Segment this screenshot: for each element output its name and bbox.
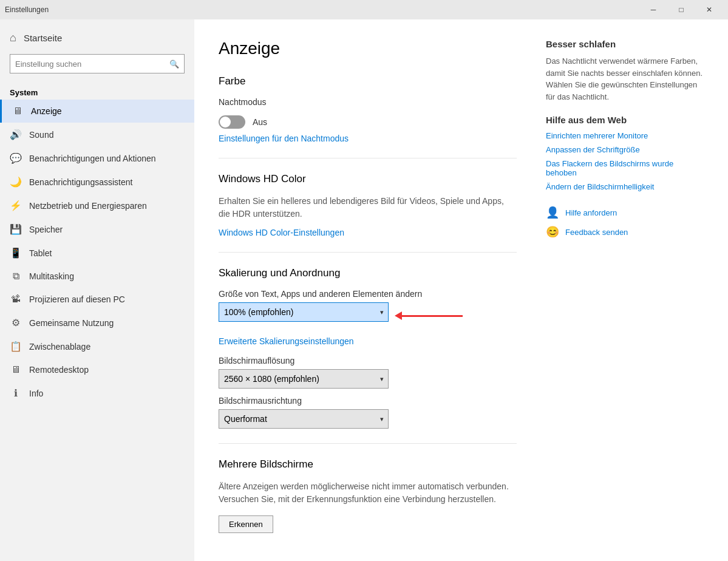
projizieren-icon: 📽 (10, 294, 22, 305)
feedback-icon: 😊 (546, 225, 559, 239)
multitasking-icon: ⧉ (10, 271, 22, 282)
erkennen-button[interactable]: Erkennen (219, 515, 273, 533)
sidebar-item-label: Anzeige (31, 106, 62, 116)
remotedesktop-icon: 🖥 (10, 364, 22, 375)
sidebar-item-label: Zwischenablage (29, 342, 90, 352)
sidebar-item-nutzung[interactable]: ⚙ Gemeinsame Nutzung (0, 311, 194, 335)
sidebar-home-button[interactable]: ⌂ Startseite (0, 19, 194, 54)
sidebar-item-label: Benachrichtigungsassistent (29, 177, 132, 187)
sidebar-item-label: Benachrichtigungen und Aktionen (29, 154, 156, 163)
aufloesung-select[interactable]: 2560 × 1080 (empfohlen) 1920 × 1080 1280… (219, 369, 389, 389)
minimize-button[interactable]: ─ (639, 0, 667, 19)
sidebar-item-zwischenablage[interactable]: 📋 Zwischenablage (0, 335, 194, 358)
mehrere-title: Mehrere Bildschirme (219, 458, 517, 471)
hilfe-anfordern-row[interactable]: 👤 Hilfe anfordern (546, 206, 704, 219)
ausrichtung-label: Bildschirmausrichtung (219, 396, 517, 406)
groesse-dropdown-row: 100% (empfohlen) 125% 150% 175% ▾ (219, 302, 517, 329)
right-sidebar: Besser schlafen Das Nachtlicht verwendet… (546, 39, 704, 542)
assistent-icon: 🌙 (10, 176, 22, 188)
ausrichtung-dropdown-wrapper: Querformat Hochformat Querformat (umgeke… (219, 409, 389, 429)
sidebar-item-assistent[interactable]: 🌙 Benachrichtigungsassistent (0, 170, 194, 194)
aufloesung-dropdown-wrapper: 2560 × 1080 (empfohlen) 1920 × 1080 1280… (219, 369, 389, 389)
web-link-flackern[interactable]: Das Flackern des Bildschirms wurde behob… (546, 159, 704, 177)
arrow-head-icon (395, 311, 402, 320)
farbe-section: Farbe Nachtmodus Aus Einstellungen für d… (219, 75, 517, 143)
red-arrow-annotation (395, 311, 463, 320)
title-bar: Einstellungen ─ □ ✕ (0, 0, 728, 19)
maximize-button[interactable]: □ (667, 0, 695, 19)
groesse-select[interactable]: 100% (empfohlen) 125% 150% 175% (219, 302, 389, 322)
groesse-dropdown-wrapper: 100% (empfohlen) 125% 150% 175% ▾ (219, 302, 389, 322)
hd-color-link[interactable]: Windows HD Color-Einstellungen (219, 228, 344, 237)
tablet-icon: 📱 (10, 247, 22, 259)
sound-icon: 🔊 (10, 129, 22, 140)
nachtmodus-toggle[interactable] (219, 115, 245, 129)
feedback-link[interactable]: Feedback senden (565, 228, 628, 237)
sidebar: ⌂ Startseite 🔍 System 🖥 Anzeige 🔊 Sound … (0, 19, 194, 561)
erweitert-link[interactable]: Erweiterte Skalierungseinstellungen (219, 336, 354, 346)
nachtmodus-row: Nachtmodus (219, 97, 517, 110)
skalierung-title: Skalierung und Anordnung (219, 267, 517, 279)
sidebar-item-benachrichtigungen[interactable]: 💬 Benachrichtigungen und Aktionen (0, 146, 194, 170)
sidebar-item-remotedesktop[interactable]: 🖥 Remotedesktop (0, 358, 194, 381)
sidebar-item-projizieren[interactable]: 📽 Projizieren auf diesen PC (0, 288, 194, 311)
sidebar-item-energie[interactable]: ⚡ Netzbetrieb und Energiesparen (0, 194, 194, 217)
nachtmodus-link-row: Einstellungen für den Nachtmodus (219, 134, 517, 143)
search-icon[interactable]: 🔍 (169, 59, 179, 69)
groesse-label: Größe von Text, Apps und anderen Element… (219, 289, 517, 299)
close-button[interactable]: ✕ (695, 0, 723, 19)
sidebar-item-label: Multitasking (29, 271, 74, 281)
besser-title: Besser schlafen (546, 39, 704, 49)
nachtmodus-settings-link[interactable]: Einstellungen für den Nachtmodus (219, 134, 349, 143)
app-title: Einstellungen (5, 5, 49, 14)
sidebar-item-speicher[interactable]: 💾 Speicher (0, 217, 194, 241)
sidebar-item-anzeige[interactable]: 🖥 Anzeige (0, 100, 194, 123)
app-container: ⌂ Startseite 🔍 System 🖥 Anzeige 🔊 Sound … (0, 19, 728, 561)
hilfe-anfordern-link[interactable]: Hilfe anfordern (565, 208, 617, 217)
aufloesung-label: Bildschirmauflösung (219, 356, 517, 365)
benachrichtigungen-icon: 💬 (10, 152, 22, 164)
search-input[interactable] (15, 59, 169, 69)
toggle-row: Aus (219, 115, 517, 129)
anzeige-icon: 🖥 (12, 106, 24, 117)
mehrere-description: Ältere Anzeigen werden möglicherweise ni… (219, 480, 517, 506)
sidebar-section-label: System (0, 83, 194, 100)
hd-color-title: Windows HD Color (219, 173, 517, 185)
nutzung-icon: ⚙ (10, 317, 22, 328)
sidebar-item-info[interactable]: ℹ Info (0, 381, 194, 405)
hilfe-icon: 👤 (546, 206, 559, 219)
sidebar-item-label: Sound (29, 130, 53, 140)
farbe-title: Farbe (219, 75, 517, 87)
sidebar-item-label: Tablet (29, 248, 52, 258)
content-area: Anzeige Farbe Nachtmodus Aus Einstellung… (194, 19, 728, 561)
sidebar-item-multitasking[interactable]: ⧉ Multitasking (0, 265, 194, 288)
toggle-state-label: Aus (253, 117, 267, 127)
page-title: Anzeige (219, 39, 517, 58)
search-box: 🔍 (10, 54, 185, 73)
web-link-schrift[interactable]: Anpassen der Schriftgröße (546, 145, 704, 154)
zwischenablage-icon: 📋 (10, 341, 22, 352)
nachtmodus-label: Nachtmodus (219, 97, 267, 107)
sidebar-item-label: Netzbetrieb und Energiesparen (29, 201, 147, 211)
web-link-monitore[interactable]: Einrichten mehrerer Monitore (546, 131, 704, 140)
web-link-helligkeit[interactable]: Ändern der Bildschirmhelligkeit (546, 182, 704, 191)
hd-color-description: Erhalten Sie ein helleres und lebendiger… (219, 195, 517, 220)
sidebar-item-label: Projizieren auf diesen PC (29, 294, 125, 304)
sidebar-item-tablet[interactable]: 📱 Tablet (0, 241, 194, 265)
sidebar-item-label: Speicher (29, 225, 63, 234)
sidebar-item-label: Info (29, 389, 43, 398)
ausrichtung-select[interactable]: Querformat Hochformat Querformat (umgeke… (219, 409, 389, 429)
hd-color-section: Windows HD Color Erhalten Sie ein heller… (219, 173, 517, 237)
home-icon: ⌂ (10, 32, 16, 44)
sidebar-home-label: Startseite (24, 33, 62, 43)
feedback-row[interactable]: 😊 Feedback senden (546, 225, 704, 239)
besser-text: Das Nachtlicht verwendet wärmere Farben,… (546, 55, 704, 103)
toggle-knob (220, 117, 231, 127)
arrow-line (402, 315, 463, 317)
sidebar-item-sound[interactable]: 🔊 Sound (0, 123, 194, 146)
hilfe-web-title: Hilfe aus dem Web (546, 115, 704, 125)
energie-icon: ⚡ (10, 200, 22, 211)
sidebar-item-label: Gemeinsame Nutzung (29, 318, 114, 328)
speicher-icon: 💾 (10, 223, 22, 235)
sidebar-item-label: Remotedesktop (29, 365, 89, 375)
